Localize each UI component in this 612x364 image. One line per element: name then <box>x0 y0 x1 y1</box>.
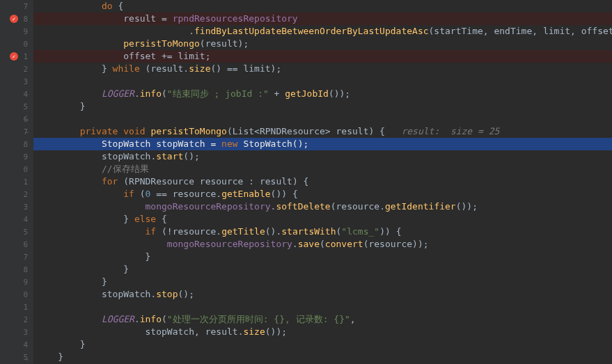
gutter-line[interactable]: 0 <box>0 288 33 301</box>
token-ident: startTime <box>434 26 482 36</box>
code-line[interactable]: offset += limit; <box>33 50 612 63</box>
token-str: "结束同步 ; jobId :" <box>167 88 269 99</box>
code-line[interactable]: if (0 == resource.getEnable()) { <box>33 188 612 200</box>
token-ident: resource <box>336 201 380 212</box>
token-op: , <box>194 326 205 337</box>
token-var: mongoResourceRepository <box>146 201 271 212</box>
code-line[interactable]: do { <box>33 0 612 13</box>
code-line[interactable]: //保存结果 <box>33 163 612 175</box>
gutter-line[interactable]: 1 <box>0 301 33 313</box>
code-editor[interactable]: do { result = rpndResourcesRepository .f… <box>33 0 612 364</box>
token-op: ( <box>162 88 167 99</box>
token-op: ()); <box>329 88 350 99</box>
token-kw: for <box>102 176 118 187</box>
gutter-line[interactable]: 7 <box>0 251 33 263</box>
gutter-line[interactable]: 5 <box>0 225 33 238</box>
gutter-line[interactable]: 6 <box>0 238 33 251</box>
gutter-line[interactable]: 7− <box>0 125 33 138</box>
gutter-line[interactable]: 9 <box>0 150 33 163</box>
token-op: () == <box>210 63 243 74</box>
gutter-line[interactable]: 3 <box>0 200 33 213</box>
code-line[interactable]: if (!resource.getTitle().startsWith("lcm… <box>33 225 612 238</box>
gutter-line[interactable]: 4 <box>0 338 33 351</box>
gutter-line[interactable]: 0 <box>0 163 33 175</box>
code-line[interactable]: result = rpndResourcesRepository <box>33 13 612 25</box>
code-line[interactable]: private void persistToMongo(List<RPNDRes… <box>33 125 612 138</box>
breakpoint-icon[interactable] <box>10 15 18 23</box>
token-kw: if <box>146 226 157 237</box>
gutter-line[interactable]: 6− <box>0 113 33 125</box>
code-line[interactable]: mongoResourceRepository.softDelete(resou… <box>33 200 612 213</box>
token-op: ( <box>320 239 325 249</box>
fold-icon[interactable]: ⌄ <box>25 354 31 360</box>
token-var: mongoResourceRepository <box>167 239 292 249</box>
breakpoint-icon[interactable] <box>10 52 18 61</box>
token-ident: stopWatch <box>102 151 150 161</box>
token-kw: new <box>221 139 237 149</box>
token-op: > <box>325 126 336 136</box>
token-op: } <box>58 351 63 362</box>
code-line[interactable]: } <box>33 263 612 276</box>
fold-icon[interactable]: − <box>25 129 31 134</box>
token-comment: //保存结果 <box>102 164 149 174</box>
gutter-line[interactable]: 5⌄ <box>0 351 33 363</box>
token-op: . <box>134 314 140 324</box>
gutter-line[interactable]: 2 <box>0 188 33 200</box>
token-fn: start <box>156 151 183 161</box>
code-line[interactable]: LOGGER.info("处理一次分页所用时间: {}, 记录数: {}", <box>33 313 612 326</box>
gutter-line[interactable]: 1 <box>0 50 33 63</box>
token-fn: getIdentifier <box>385 201 456 212</box>
gutter-line[interactable]: 1 <box>0 175 33 188</box>
code-line[interactable]: stopWatch.stop(); <box>33 288 612 301</box>
token-op: } <box>123 214 134 224</box>
gutter-line[interactable]: 3 <box>0 75 33 88</box>
token-ident: stopWatch <box>102 289 150 299</box>
code-line[interactable]: } else { <box>33 213 612 225</box>
code-line[interactable]: .findByLastUpdateBetweenOrderByLastUpdat… <box>33 25 612 38</box>
code-line[interactable] <box>33 75 612 88</box>
code-line[interactable]: stopWatch, result.size()); <box>33 326 612 338</box>
code-line[interactable]: for (RPNDResource resource : result) { <box>33 175 612 188</box>
gutter-line[interactable]: 9 <box>0 25 33 38</box>
code-line[interactable]: persistToMongo(result); <box>33 38 612 50</box>
token-op: } <box>123 264 129 274</box>
token-op: . <box>134 88 140 99</box>
token-fn: save <box>298 239 320 249</box>
gutter-line[interactable]: 8 <box>0 138 33 150</box>
gutter-line[interactable]: 2 <box>0 313 33 326</box>
code-line[interactable]: } <box>33 351 612 363</box>
editor-gutter: 7890123456−7−890123456789012345⌄ <box>0 0 33 364</box>
code-line[interactable]: } <box>33 338 612 351</box>
code-line[interactable]: } <box>33 251 612 263</box>
gutter-line[interactable]: 2 <box>0 63 33 75</box>
code-line[interactable] <box>33 113 612 125</box>
code-line[interactable] <box>33 301 612 313</box>
token-ident: stopWatch <box>146 326 194 337</box>
token-op: , <box>532 26 543 36</box>
gutter-line[interactable]: 5 <box>0 100 33 113</box>
code-line[interactable]: stopWatch.start(); <box>33 150 612 163</box>
token-fn: info <box>140 314 162 324</box>
token-op: + <box>269 88 285 99</box>
fold-icon[interactable]: − <box>25 116 31 122</box>
code-line[interactable]: } <box>33 276 612 288</box>
gutter-line[interactable]: 3 <box>0 326 33 338</box>
gutter-line[interactable]: 8 <box>0 13 33 25</box>
gutter-line[interactable]: 0 <box>0 38 33 50</box>
gutter-line[interactable]: 4 <box>0 213 33 225</box>
code-line[interactable]: StopWatch stopWatch = new StopWatch(); <box>33 138 612 150</box>
token-fn: softDelete <box>276 201 330 212</box>
code-line[interactable]: } <box>33 100 612 113</box>
gutter-line[interactable]: 4 <box>0 88 33 100</box>
gutter-line[interactable]: 9 <box>0 276 33 288</box>
gutter-line[interactable]: 8 <box>0 263 33 276</box>
code-line[interactable]: LOGGER.info("结束同步 ; jobId :" + getJobId(… <box>33 88 612 100</box>
token-op: ()) { <box>271 189 298 199</box>
code-line[interactable]: mongoResourceRepository.save(convert(res… <box>33 238 612 251</box>
token-op: ) { <box>368 126 401 136</box>
token-op: ); <box>271 63 282 74</box>
token-ident: result <box>336 126 369 136</box>
token-fn: persistToMongo <box>150 126 227 136</box>
code-line[interactable]: } while (result.size() == limit); <box>33 63 612 75</box>
gutter-line[interactable]: 7 <box>0 0 33 13</box>
